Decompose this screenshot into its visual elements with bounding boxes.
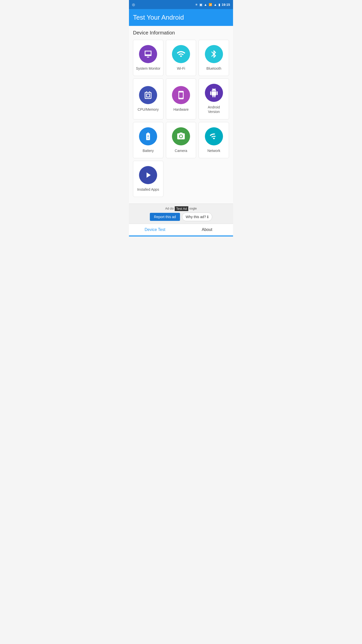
cpu-memory-label: CPU/Memory (138, 107, 159, 112)
info-icon: ℹ (207, 215, 208, 219)
camera-icon-circle (172, 127, 190, 145)
vibrate-icon: ▣ (199, 3, 202, 7)
card-battery[interactable]: Battery (133, 122, 163, 158)
card-hardware[interactable]: Hardware (166, 78, 196, 119)
network-icon (209, 132, 218, 141)
hardware-label: Hardware (173, 107, 189, 112)
phone-icon: 📶 (209, 3, 212, 6)
status-left: ◎ (132, 3, 135, 7)
bottom-nav: Device Test About (129, 224, 233, 235)
nav-device-test[interactable]: Device Test (129, 224, 181, 235)
card-wifi[interactable]: Wi-Fi (166, 40, 196, 76)
ad-buttons-row: Report this ad Why this ad? ℹ (131, 213, 231, 221)
battery-status-icon: ▮ (218, 3, 220, 7)
app-title: Test Your Android (133, 14, 229, 21)
main-grid: System Monitor Wi-Fi Bluetooth (133, 40, 229, 158)
wifi-status-icon: ▲ (204, 3, 207, 7)
card-cpu-memory[interactable]: CPU/Memory (133, 78, 163, 119)
card-bluetooth[interactable]: Bluetooth (199, 40, 229, 76)
ad-test-badge: Test Ad (175, 206, 189, 211)
camera-icon (176, 132, 186, 141)
battery-icon-circle (139, 127, 157, 145)
battery-icon (144, 132, 153, 141)
play-icon (144, 171, 153, 180)
hardware-icon-circle (172, 86, 190, 104)
report-ad-button[interactable]: Report this ad (150, 213, 180, 221)
android-icon-circle (205, 84, 223, 102)
wifi-label: Wi-Fi (177, 66, 185, 71)
why-this-ad-button[interactable]: Why this ad? ℹ (182, 213, 212, 221)
network-label: Network (207, 148, 220, 153)
app-bar: Test Your Android (129, 9, 233, 26)
card-installed-apps[interactable]: Installed Apps (133, 161, 163, 197)
system-monitor-icon-circle (139, 45, 157, 63)
bluetooth-icon-circle (205, 45, 223, 63)
hardware-icon (176, 91, 186, 100)
signal-icon: ▲ (214, 3, 217, 7)
system-monitor-label: System Monitor (136, 66, 160, 71)
nav-about[interactable]: About (181, 224, 233, 235)
card-android-version[interactable]: Android Version (199, 78, 229, 119)
bluetooth-label: Bluetooth (206, 66, 221, 71)
ad-prefix: Ad clo (165, 207, 173, 210)
wifi-icon (176, 50, 186, 59)
main-content: Device Information System Monitor Wi-Fi (129, 26, 233, 204)
installed-apps-icon-circle (139, 166, 157, 184)
cpu-icon-circle (139, 86, 157, 104)
status-bar: ◎ ✳ ▣ ▲ 📶 ▲ ▮ 19:15 (129, 0, 233, 9)
card-network[interactable]: Network (199, 122, 229, 158)
wifi-icon-circle (172, 45, 190, 63)
battery-label: Battery (143, 148, 154, 153)
clock: 19:15 (222, 3, 230, 7)
bluetooth-status-icon: ✳ (195, 3, 198, 7)
extra-grid: Installed Apps (133, 161, 229, 197)
camera-label: Camera (175, 148, 187, 153)
ad-label-row: Ad clo Test Ad oogle (131, 206, 231, 211)
android-version-label: Android Version (201, 105, 226, 114)
network-icon-circle (205, 127, 223, 145)
monitor-icon (144, 50, 153, 59)
bluetooth-icon (209, 50, 218, 59)
ad-banner: Ad clo Test Ad oogle Report this ad Why … (129, 204, 233, 224)
card-camera[interactable]: Camera (166, 122, 196, 158)
ad-suffix: oogle (189, 207, 197, 210)
carrier-icon: ◎ (132, 3, 135, 7)
bottom-bar-indicator (129, 235, 233, 236)
section-title: Device Information (133, 30, 229, 36)
cpu-icon (144, 91, 153, 100)
android-icon (209, 88, 218, 97)
installed-apps-label: Installed Apps (137, 187, 159, 192)
card-system-monitor[interactable]: System Monitor (133, 40, 163, 76)
status-right: ✳ ▣ ▲ 📶 ▲ ▮ 19:15 (195, 3, 230, 7)
